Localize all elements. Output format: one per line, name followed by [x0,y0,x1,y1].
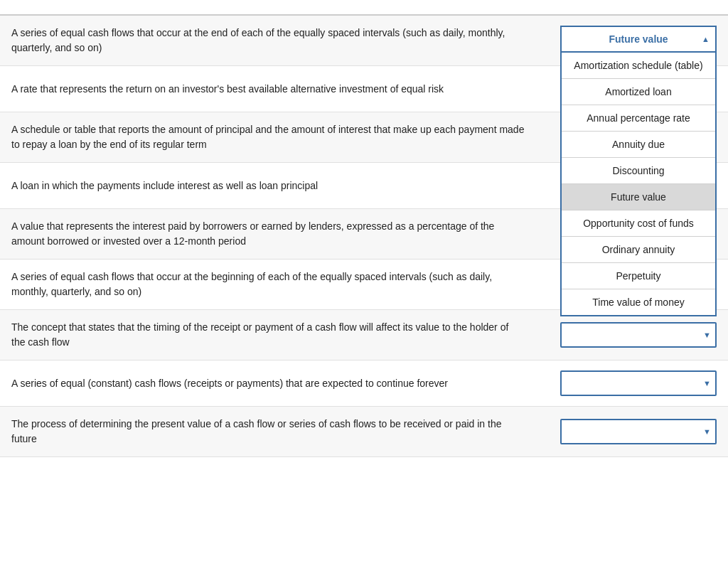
term-dropdown[interactable]: Amortization schedule (table)Amortized l… [560,322,717,348]
table-header [0,0,728,16]
matching-table: A series of equal cash flows that occur … [0,0,728,566]
row-description: A series of equal (constant) cash flows … [11,376,539,391]
dropdown-option[interactable]: Future value [562,184,715,210]
dropdown-option[interactable]: Amortization schedule (table) [562,53,715,79]
row-description: A loan in which the payments include int… [11,178,539,193]
dropdown-option[interactable]: Opportunity cost of funds [562,210,715,237]
dropdown-option[interactable]: Time value of money [562,289,715,315]
row-term-cell: Amortization schedule (table)Amortized l… [539,322,717,348]
dropdown-wrapper[interactable]: Amortization schedule (table)Amortized l… [560,370,717,396]
dropdown-option[interactable]: Annuity due [562,132,715,158]
dropdown-option[interactable]: Annual percentage rate [562,105,715,132]
term-dropdown[interactable]: Amortization schedule (table)Amortized l… [560,419,717,444]
row-description: The concept that states that the timing … [11,320,539,350]
table-row: A series of equal cash flows that occur … [0,16,728,66]
term-dropdown[interactable]: Amortization schedule (table)Amortized l… [560,370,717,396]
dropdown-options-list: Amortization schedule (table)Amortized l… [560,51,717,316]
rows-container: A series of equal cash flows that occur … [0,16,728,457]
dropdown-option[interactable]: Amortized loan [562,79,715,105]
row-description: A series of equal cash flows that occur … [11,269,539,299]
dropdown-option[interactable]: Ordinary annuity [562,237,715,263]
dropdown-header-selected[interactable]: Future value [560,26,717,51]
row-description: The process of determining the present v… [11,417,539,447]
dropdown-open[interactable]: Future valueAmortization schedule (table… [560,26,717,316]
row-term-cell: Amortization schedule (table)Amortized l… [539,370,717,396]
dropdown-wrapper[interactable]: Amortization schedule (table)Amortized l… [560,322,717,348]
row-description: A series of equal cash flows that occur … [11,26,539,55]
table-row: A series of equal (constant) cash flows … [0,361,728,407]
row-description: A schedule or table that reports the amo… [11,122,539,152]
row-description: A value that represents the interest pai… [11,219,539,249]
table-row: The concept that states that the timing … [0,310,728,361]
table-row: The process of determining the present v… [0,407,728,457]
dropdown-wrapper[interactable]: Amortization schedule (table)Amortized l… [560,419,717,444]
row-term-cell: Amortization schedule (table)Amortized l… [539,419,717,444]
dropdown-option[interactable]: Discounting [562,158,715,184]
dropdown-option[interactable]: Perpetuity [562,263,715,289]
row-description: A rate that represents the return on an … [11,82,539,97]
